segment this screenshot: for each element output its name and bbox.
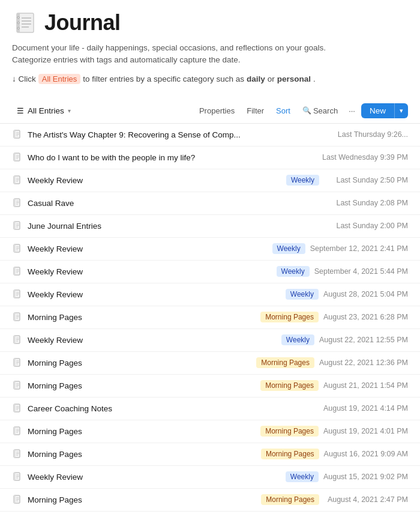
svg-rect-40 [14, 267, 16, 275]
entry-row[interactable]: Casual RaveLast Sunday 2:08 PM [0, 192, 420, 215]
entry-tag[interactable]: Morning Pages [261, 449, 319, 459]
svg-rect-55 [14, 336, 16, 343]
entry-tag[interactable]: Weekly [286, 289, 319, 300]
entry-date: Last Sunday 2:50 PM [324, 176, 408, 184]
hint-end: . [313, 74, 316, 83]
svg-rect-90 [14, 495, 16, 503]
entry-tag[interactable]: Morning Pages [256, 357, 314, 368]
more-button[interactable]: ··· [345, 104, 359, 118]
hint-text-1: to filter entries by a specific category… [83, 74, 244, 83]
entry-title: Weekly Review [28, 290, 281, 299]
description: Document your life - daily happenings, s… [12, 42, 408, 67]
entry-title: Morning Pages [28, 495, 256, 504]
journal-icon [12, 10, 38, 36]
toolbar: ☰ All Entries ▾ Properties Filter Sort 🔍… [0, 98, 420, 124]
entry-row[interactable]: Morning PagesMorning PagesAugust 22, 202… [0, 352, 420, 375]
svg-point-6 [17, 17, 19, 19]
entry-row[interactable]: Weekly ReviewWeeklySeptember 12, 2021 2:… [0, 238, 420, 261]
entry-row[interactable]: Weekly ReviewWeeklyAugust 15, 2021 9:02 … [0, 466, 420, 489]
properties-button[interactable]: Properties [194, 104, 239, 118]
entry-row[interactable]: Career Coaching NotesAugust 19, 2021 4:1… [0, 398, 420, 420]
entry-date: Last Sunday 2:08 PM [324, 199, 408, 207]
entry-tag[interactable]: Weekly [281, 334, 314, 345]
entry-date: August 22, 2021 12:55 PM [319, 336, 408, 344]
entry-row[interactable]: Morning PagesMorning PagesAugust 19, 202… [0, 420, 420, 443]
title-row: Journal [12, 10, 408, 36]
svg-rect-80 [14, 450, 16, 458]
entry-row[interactable]: Morning PagesMorning PagesAugust 4, 2021… [0, 512, 420, 515]
entries-list: The Artist's Way Chapter 9: Recovering a… [0, 124, 420, 515]
search-button[interactable]: 🔍 Search [298, 104, 343, 118]
entry-tag[interactable]: Morning Pages [260, 426, 319, 437]
entry-date: September 4, 2021 5:44 PM [314, 267, 408, 276]
entry-icon [12, 175, 23, 186]
entry-row[interactable]: Morning PagesMorning PagesAugust 16, 202… [0, 443, 420, 466]
entry-tag[interactable]: Weekly [286, 471, 319, 482]
entry-date: August 19, 2021 4:14 PM [323, 404, 408, 413]
entry-tag[interactable]: Morning Pages [260, 312, 319, 322]
entry-icon [12, 426, 23, 437]
entry-title: Weekly Review [28, 176, 281, 185]
all-entries-tag[interactable]: All Entries [38, 74, 81, 84]
entry-date: August 16, 2021 9:09 AM [324, 450, 408, 458]
entry-tag[interactable]: Morning Pages [260, 380, 319, 391]
hint-bold-daily: daily [247, 74, 265, 83]
entry-row[interactable]: Weekly ReviewWeeklyAugust 28, 2021 5:04 … [0, 283, 420, 306]
entry-title: Morning Pages [28, 313, 256, 322]
entry-row[interactable]: The Artist's Way Chapter 9: Recovering a… [0, 124, 420, 147]
entry-tag[interactable]: Weekly [277, 266, 310, 277]
entry-title: Casual Rave [28, 199, 319, 208]
entry-title: Career Coaching Notes [28, 404, 319, 413]
entry-row[interactable]: Morning PagesMorning PagesAugust 23, 202… [0, 306, 420, 329]
entry-icon [12, 289, 23, 300]
entry-date: Last Sunday 2:00 PM [324, 222, 408, 230]
entry-tag[interactable]: Weekly [286, 175, 319, 186]
entry-icon [12, 403, 23, 414]
view-selector[interactable]: ☰ All Entries ▾ [12, 104, 76, 118]
entry-date: August 21, 2021 1:54 PM [323, 381, 408, 390]
entry-date: August 15, 2021 9:02 PM [323, 473, 408, 481]
hint-or: or [268, 74, 275, 83]
new-button[interactable]: New [361, 103, 394, 118]
entry-icon [12, 198, 23, 208]
svg-rect-10 [14, 130, 16, 138]
new-dropdown-button[interactable]: ▾ [394, 103, 408, 118]
entry-icon [12, 471, 23, 482]
more-icon: ··· [349, 106, 355, 115]
entry-row[interactable]: Who do I want to be with the people in m… [0, 147, 420, 169]
filter-button[interactable]: Filter [242, 104, 269, 118]
entry-title: The Artist's Way Chapter 9: Recovering a… [28, 130, 319, 139]
entry-title: Morning Pages [28, 381, 256, 390]
filter-hint: ↓ Click All Entries to filter entries by… [12, 74, 408, 84]
hint-arrow: ↓ Click [12, 74, 36, 83]
new-button-group: New ▾ [361, 103, 408, 118]
entry-title: Morning Pages [28, 358, 251, 367]
svg-rect-60 [14, 358, 16, 366]
entry-date: Last Thursday 9:26... [324, 130, 408, 139]
svg-rect-25 [14, 199, 16, 207]
entry-row[interactable]: Weekly ReviewWeeklyLast Sunday 2:50 PM [0, 169, 420, 192]
entry-tag[interactable]: Weekly [272, 243, 305, 254]
svg-rect-20 [14, 176, 16, 184]
page-header: Journal Document your life - daily happe… [0, 0, 420, 98]
entry-title: Weekly Review [28, 244, 268, 253]
entry-row[interactable]: Morning PagesMorning PagesAugust 4, 2021… [0, 489, 420, 512]
entry-row[interactable]: Morning PagesMorning PagesAugust 21, 202… [0, 375, 420, 398]
svg-rect-65 [14, 381, 16, 389]
entry-icon [12, 494, 23, 505]
entry-icon [12, 266, 23, 277]
filter-label: Filter [247, 106, 264, 115]
entry-icon [12, 243, 23, 254]
entry-row[interactable]: Weekly ReviewWeeklyAugust 22, 2021 12:55… [0, 329, 420, 352]
properties-label: Properties [199, 106, 235, 115]
sort-button[interactable]: Sort [271, 104, 295, 118]
entry-row[interactable]: Weekly ReviewWeeklySeptember 4, 2021 5:4… [0, 261, 420, 283]
entry-icon [12, 334, 23, 345]
entry-title: Morning Pages [28, 450, 256, 459]
entry-row[interactable]: June Journal EntriesLast Sunday 2:00 PM [0, 215, 420, 238]
entry-date: September 12, 2021 2:41 PM [310, 244, 408, 253]
entry-date: August 22, 2021 12:36 PM [319, 358, 408, 367]
entry-tag[interactable]: Morning Pages [261, 494, 319, 505]
entry-date: August 4, 2021 2:47 PM [324, 495, 408, 504]
entry-icon [12, 380, 23, 391]
